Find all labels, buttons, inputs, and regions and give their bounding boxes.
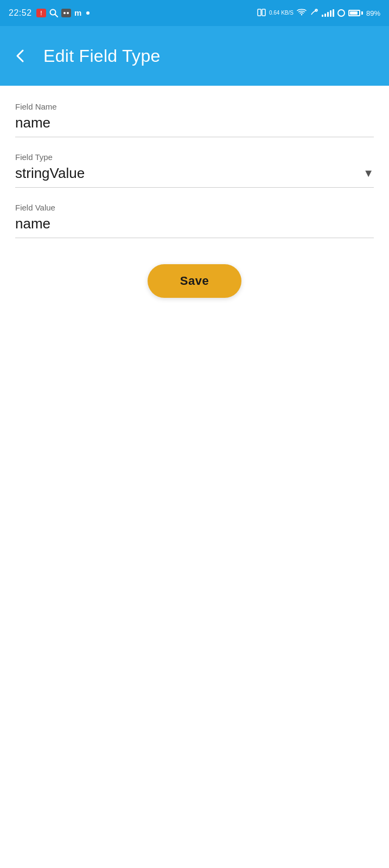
notification-icon: ! (36, 9, 46, 17)
page-title: Edit Field Type (43, 46, 161, 66)
chevron-down-icon: ▼ (363, 167, 374, 180)
field-name-divider (15, 137, 374, 137)
svg-rect-4 (61, 9, 71, 17)
robot-icon (61, 9, 71, 17)
save-button[interactable]: Save (148, 264, 241, 298)
svg-point-5 (63, 12, 66, 14)
battery-icon (348, 10, 360, 16)
status-bar-left: 22:52 ! (9, 8, 90, 18)
status-icons: ! m (36, 9, 90, 17)
field-value-divider (15, 238, 374, 238)
field-value-group: Field Value name (15, 203, 374, 238)
save-button-container: Save (15, 264, 374, 298)
app-bar: Edit Field Type (0, 26, 389, 86)
svg-text:m: m (74, 9, 81, 17)
battery-container (348, 10, 363, 16)
svg-rect-8 (258, 9, 261, 16)
m-app-icon: m (74, 9, 83, 17)
battery-percent: 89% (366, 9, 380, 17)
field-value-label: Field Value (15, 203, 374, 212)
svg-text:!: ! (40, 10, 42, 16)
field-type-row[interactable]: stringValue ▼ (15, 165, 374, 187)
field-name-label: Field Name (15, 102, 374, 111)
back-button[interactable] (11, 46, 30, 66)
svg-line-3 (55, 14, 58, 17)
network-speed: 0.64 KB/S (269, 10, 294, 16)
status-time: 22:52 (9, 8, 32, 18)
dual-sim-icon (257, 8, 266, 18)
circle-icon (337, 9, 345, 17)
search-icon (49, 9, 58, 17)
field-name-value: name (15, 114, 374, 137)
field-name-group: Field Name name (15, 102, 374, 137)
status-bar-right: 0.64 KB/S (257, 8, 380, 18)
phone-signal-icon (310, 8, 318, 18)
notification-dot (86, 11, 90, 15)
field-value-value: name (15, 215, 374, 238)
status-bar: 22:52 ! (0, 0, 389, 26)
svg-rect-9 (262, 9, 265, 16)
field-type-group: Field Type stringValue ▼ (15, 152, 374, 187)
wifi-icon (297, 9, 307, 18)
signal-strength-icon (322, 9, 334, 17)
field-type-divider (15, 187, 374, 188)
field-type-value: stringValue (15, 165, 85, 182)
field-type-label: Field Type (15, 152, 374, 162)
svg-point-6 (67, 12, 69, 14)
form-content: Field Name name Field Type stringValue ▼… (0, 86, 389, 320)
